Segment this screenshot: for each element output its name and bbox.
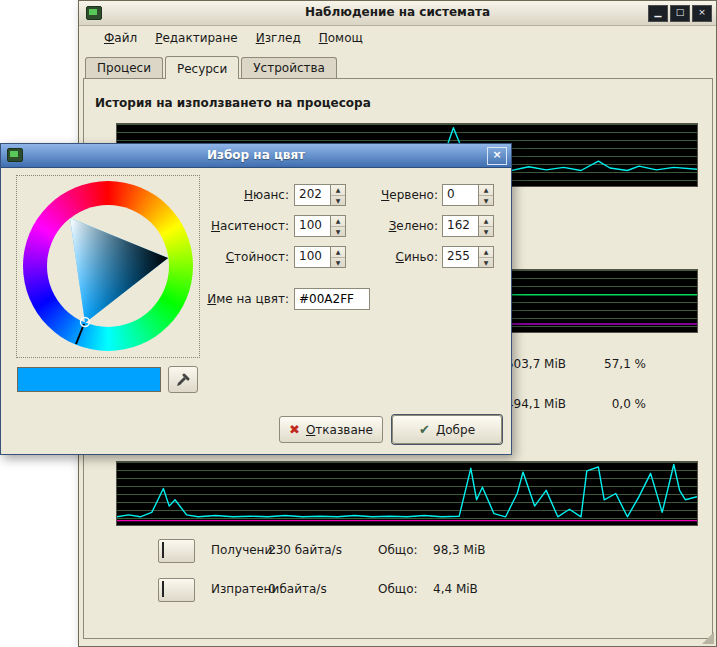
received-color-swatch xyxy=(162,542,164,558)
sent-total-label: Общо: xyxy=(378,582,418,596)
menu-view[interactable]: Изглед xyxy=(247,28,310,49)
ok-check-icon: ✔ xyxy=(419,422,430,437)
hue-value[interactable]: 202 xyxy=(295,185,330,205)
hue-marker xyxy=(76,324,84,344)
menu-file[interactable]: Файл xyxy=(95,28,146,49)
received-legend-row: Получени: 230 байта/s Общо: 98,3 MiB xyxy=(116,539,698,565)
resize-grip[interactable] xyxy=(702,632,714,644)
tab-devices[interactable]: Устройства xyxy=(241,57,337,78)
received-total-label: Общо: xyxy=(378,543,418,557)
red-value[interactable]: 0 xyxy=(443,185,478,205)
menu-help[interactable]: Помощ xyxy=(310,28,372,49)
swap-percent: 0,0 % xyxy=(586,397,646,411)
sent-rate: 0 байта/s xyxy=(268,582,327,596)
green-label: Зелено: xyxy=(327,215,438,237)
menu-edit[interactable]: Редактиране xyxy=(146,28,247,49)
desktop: Наблюдение на системата ▁ □ × Файл Редак… xyxy=(0,0,717,647)
memory-percent: 57,1 % xyxy=(586,357,646,371)
sent-color-swatch xyxy=(162,581,164,597)
sent-total: 4,4 MiB xyxy=(433,582,478,596)
cancel-button-label: Отказване xyxy=(306,423,373,437)
red-spinbox[interactable]: 0 ▲▼ xyxy=(442,184,494,206)
hue-ring[interactable] xyxy=(23,181,193,351)
close-icon[interactable]: × xyxy=(692,5,712,22)
saturation-label: Наситеност: xyxy=(171,215,289,237)
tab-processes[interactable]: Процеси xyxy=(85,57,163,78)
value-label: Стойност: xyxy=(171,246,289,268)
sent-legend-row: Изпратени: 0 байта/s Общо: 4,4 MiB xyxy=(116,578,698,604)
hsv-triangle[interactable] xyxy=(23,181,193,351)
color-preview xyxy=(17,367,161,392)
green-spin-arrows[interactable]: ▲▼ xyxy=(478,216,493,236)
blue-spin-arrows[interactable]: ▲▼ xyxy=(478,247,493,267)
dialog-titlebar[interactable]: Избор на цвят × xyxy=(1,144,511,168)
color-name-input[interactable] xyxy=(294,288,370,310)
cpu-section-title: История на използването на процесора xyxy=(95,96,371,110)
cancel-button[interactable]: ✖ Отказване xyxy=(279,416,383,443)
main-titlebar[interactable]: Наблюдение на системата ▁ □ × xyxy=(79,1,716,26)
ok-button-label: Добре xyxy=(436,423,475,437)
tab-resources[interactable]: Ресурси xyxy=(165,56,239,79)
received-label: Получени: xyxy=(211,543,276,557)
network-history-chart xyxy=(116,461,698,526)
received-total: 98,3 MiB xyxy=(433,543,485,557)
dialog-close-icon[interactable]: × xyxy=(487,147,507,165)
menubar: Файл Редактиране Изглед Помощ xyxy=(81,28,714,49)
green-spinbox[interactable]: 162 ▲▼ xyxy=(442,215,494,237)
notebook-tabs: Процеси Ресурси Устройства xyxy=(85,54,339,78)
ok-button[interactable]: ✔ Добре xyxy=(392,415,502,444)
red-spin-arrows[interactable]: ▲▼ xyxy=(478,185,493,205)
minimize-icon[interactable]: ▁ xyxy=(648,5,668,22)
received-color-button[interactable] xyxy=(158,539,195,563)
blue-spinbox[interactable]: 255 ▲▼ xyxy=(442,246,494,268)
blue-label: Синьо: xyxy=(327,246,438,268)
green-value[interactable]: 162 xyxy=(443,216,478,236)
received-rate: 230 байта/s xyxy=(268,543,342,557)
saturation-value[interactable]: 100 xyxy=(295,216,330,236)
value-value[interactable]: 100 xyxy=(295,247,330,267)
red-label: Червено: xyxy=(327,184,438,206)
color-name-label: Име на цвят: xyxy=(151,288,289,310)
sent-color-button[interactable] xyxy=(158,578,195,602)
window-title: Наблюдение на системата xyxy=(79,5,716,19)
eyedropper-icon xyxy=(175,372,191,388)
hue-label: Нюанс: xyxy=(171,184,289,206)
cancel-x-icon: ✖ xyxy=(289,422,300,437)
dialog-title: Избор на цвят xyxy=(1,148,511,162)
color-picker-dialog: Избор на цвят × xyxy=(0,143,512,455)
eyedropper-button[interactable] xyxy=(168,366,198,393)
blue-value[interactable]: 255 xyxy=(443,247,478,267)
maximize-icon[interactable]: □ xyxy=(670,5,690,22)
